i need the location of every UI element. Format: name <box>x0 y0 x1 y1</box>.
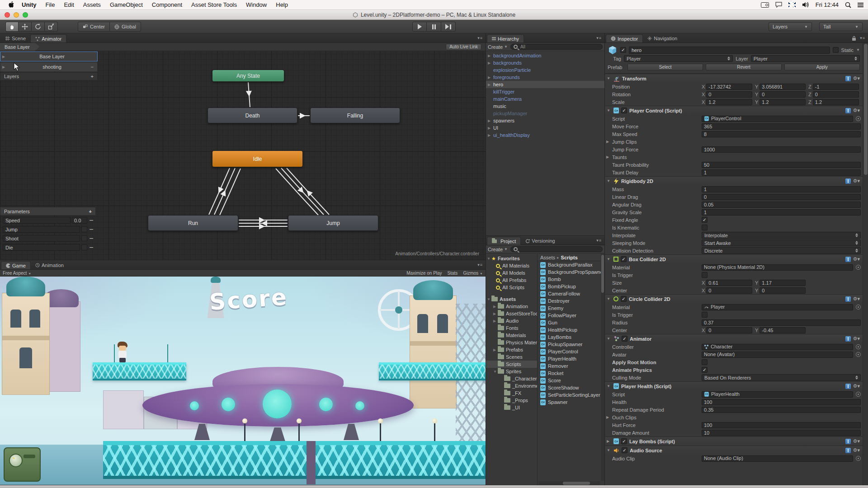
axis-field[interactable]: 0.61 <box>706 280 752 286</box>
static-checkbox[interactable] <box>833 47 839 53</box>
lock-icon[interactable] <box>852 36 856 41</box>
apple-logo-icon[interactable] <box>8 1 14 8</box>
value-field[interactable]: 1000 <box>702 146 861 153</box>
value-field[interactable]: 100 <box>702 399 861 405</box>
help-doc-icon[interactable] <box>845 108 851 113</box>
property-checkbox[interactable]: ✓ <box>702 217 708 223</box>
remove-parameter-button[interactable]: − <box>89 216 94 225</box>
foldout-icon[interactable]: ▶ <box>0 55 7 59</box>
script-asset-laybombs[interactable]: C#LayBombs <box>538 333 604 341</box>
folder-fonts[interactable]: Fonts <box>486 324 537 332</box>
chat-bubble-icon[interactable] <box>775 2 782 8</box>
component-enabled-checkbox[interactable]: ✓ <box>622 447 627 453</box>
component-header-player-health-script[interactable]: ▼C#Player Health (Script)⚙▾ <box>605 381 863 390</box>
static-dropdown-icon[interactable]: ▼ <box>856 48 860 52</box>
object-field[interactable]: None (Avatar) <box>702 352 853 358</box>
tab-game[interactable]: Game <box>1 261 31 269</box>
parameter-name-field[interactable]: Jump <box>3 226 80 233</box>
tab-navigation[interactable]: Navigation <box>643 34 682 42</box>
folder-fx[interactable]: _FX <box>486 389 537 397</box>
component-header-transform[interactable]: ▼Transform⚙▾ <box>605 74 863 83</box>
hierarchy-item-foregrounds[interactable]: ▶foregrounds <box>486 74 604 81</box>
project-search-input[interactable] <box>510 246 603 252</box>
orientation-global-button[interactable]: Global <box>110 22 141 32</box>
hierarchy-item-music[interactable]: music <box>486 103 604 110</box>
parameter-checkbox[interactable] <box>81 226 87 232</box>
component-header-box-collider-2d[interactable]: ▼✓Box Collider 2D⚙▾ <box>605 254 863 263</box>
component-enabled-checkbox[interactable]: ✓ <box>622 336 627 342</box>
scale-tool-button[interactable] <box>45 22 58 32</box>
property-dropdown[interactable]: Interpolate <box>702 232 861 239</box>
object-picker-icon[interactable] <box>856 352 861 357</box>
panel-menu-icon[interactable]: ▾≡ <box>860 36 865 40</box>
menu-edit[interactable]: Edit <box>59 1 78 8</box>
property-checkbox[interactable]: ✓ <box>702 367 708 373</box>
state-run[interactable]: Run <box>148 215 238 231</box>
menu-file[interactable]: File <box>41 1 60 8</box>
foldout-icon[interactable]: ▼ <box>607 384 611 388</box>
pivot-center-button[interactable]: Center <box>78 22 110 32</box>
breadcrumb-root[interactable]: Assets <box>540 255 555 260</box>
property-checkbox[interactable] <box>702 312 708 318</box>
folder-physics-materials[interactable]: Physics Materials <box>486 339 537 346</box>
parameter-name-field[interactable]: Speed <box>3 217 71 224</box>
object-picker-icon[interactable] <box>856 392 861 397</box>
script-asset-bombpickup[interactable]: C#BombPickup <box>538 283 604 290</box>
project-vertical-scrollbar[interactable] <box>601 254 604 481</box>
state-idle[interactable]: Idle <box>212 150 303 167</box>
foldout-icon[interactable]: ▶ <box>493 319 498 323</box>
object-field[interactable]: Character <box>702 344 853 350</box>
script-asset-enemy[interactable]: C#Enemy <box>538 305 604 312</box>
gear-icon[interactable]: ⚙▾ <box>853 296 860 302</box>
value-field[interactable]: 0.05 <box>702 202 861 208</box>
property-dropdown[interactable]: Discrete <box>702 247 861 254</box>
parameter-checkbox[interactable] <box>81 244 87 250</box>
script-asset-playerhealth[interactable]: C#PlayerHealth <box>538 355 604 362</box>
folder-ui[interactable]: _UI <box>486 404 537 411</box>
script-asset-bomb[interactable]: C#Bomb <box>538 276 604 283</box>
panel-menu-icon[interactable]: ▾≡ <box>596 238 602 243</box>
gizmos-dropdown[interactable]: Gizmos ▼ <box>463 271 483 276</box>
project-horizontal-scrollbar[interactable] <box>538 481 600 485</box>
stats-toggle[interactable]: Stats <box>448 271 458 276</box>
prefab-revert-button[interactable]: Revert <box>706 64 781 70</box>
gameobject-cube-icon[interactable] <box>608 45 618 55</box>
gear-icon[interactable]: ⚙▾ <box>853 256 860 262</box>
inspector-scrollbar[interactable] <box>863 43 868 485</box>
foldout-icon[interactable]: ▼ <box>607 257 611 261</box>
menu-window[interactable]: Window <box>241 1 271 8</box>
spotlight-search-icon[interactable] <box>845 2 851 8</box>
state-jump[interactable]: Jump <box>288 215 378 231</box>
remove-parameter-button[interactable]: − <box>89 225 94 234</box>
object-picker-icon[interactable] <box>856 305 861 310</box>
menu-component[interactable]: Component <box>147 1 187 8</box>
state-any-state[interactable]: Any State <box>212 70 284 82</box>
foldout-icon[interactable]: ▶ <box>488 133 493 137</box>
value-field[interactable]: 100 <box>702 422 861 428</box>
scrollbar-thumb[interactable] <box>601 255 604 293</box>
pause-button[interactable] <box>427 22 441 32</box>
folder-props[interactable]: _Props <box>486 397 537 404</box>
layout-dropdown[interactable]: Tall▼ <box>819 22 863 31</box>
axis-field[interactable]: 0 <box>760 287 806 294</box>
foldout-icon[interactable]: ▼ <box>607 76 611 80</box>
foldout-icon[interactable]: ▼ <box>607 297 611 301</box>
script-asset-remover[interactable]: C#Remover <box>538 362 604 370</box>
favorites-root[interactable]: ▼★Favorites <box>486 255 537 262</box>
component-header-animator[interactable]: ▼✓Animator⚙▾ <box>605 334 863 343</box>
property-checkbox[interactable] <box>702 225 708 230</box>
foldout-icon[interactable]: ▶ <box>606 140 609 144</box>
hierarchy-search-input[interactable]: All <box>510 44 603 50</box>
prefab-apply-button[interactable]: Apply <box>784 64 860 70</box>
hierarchy-item-maincamera[interactable]: mainCamera <box>486 95 604 103</box>
value-field[interactable]: 1 <box>702 209 861 216</box>
add-parameter-button[interactable]: + <box>89 209 92 214</box>
folder-environment[interactable]: _Environment <box>486 382 537 389</box>
tab-versioning[interactable]: Versioning <box>521 237 559 245</box>
component-header-lay-bombs-script[interactable]: ▶C#✓Lay Bombs (Script)⚙▾ <box>605 436 863 446</box>
value-field[interactable]: 1 <box>702 169 861 176</box>
help-doc-icon[interactable] <box>845 296 851 302</box>
rotate-tool-button[interactable] <box>32 22 45 32</box>
folder-assetstoretools[interactable]: ▶AssetStoreTools <box>486 310 537 317</box>
close-window-button[interactable] <box>5 12 10 18</box>
